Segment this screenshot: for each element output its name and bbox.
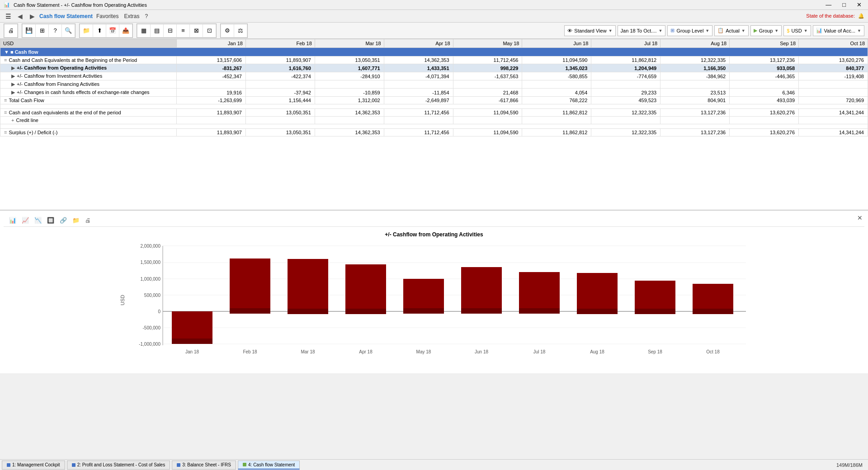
cell-value: -37,942 bbox=[245, 89, 315, 97]
table-row[interactable]: =Cash and cash equivalents at the end of… bbox=[0, 109, 868, 117]
chart-print-button[interactable]: 🖨 bbox=[83, 216, 93, 225]
chart-close-button[interactable]: ✕ bbox=[857, 214, 863, 221]
app-title[interactable]: Cash flow Statement bbox=[39, 13, 93, 19]
tab-dot-3 bbox=[177, 463, 180, 467]
cell-value: 1,156,444 bbox=[245, 97, 315, 104]
open-button[interactable]: 📁 bbox=[80, 24, 93, 37]
cell-value: 29,233 bbox=[591, 89, 660, 97]
svg-text:Apr 18: Apr 18 bbox=[359, 349, 373, 354]
tab-list: 1: Management Cockpit 2: Profit and Loss… bbox=[2, 461, 301, 470]
table-row[interactable]: =Total Cash Flow-1,263,6991,156,4441,312… bbox=[0, 97, 868, 104]
cell-value bbox=[245, 80, 315, 89]
filter-button[interactable]: ⊡ bbox=[203, 24, 216, 37]
value-acc-dropdown[interactable]: 📊 Value of Acc... ▼ bbox=[813, 25, 864, 36]
save-view-button[interactable]: 💾 bbox=[23, 24, 35, 37]
chart-type-3-button[interactable]: 📉 bbox=[33, 216, 43, 225]
dropdown-arrow: ▼ bbox=[609, 28, 613, 33]
bar-jul18-shadow bbox=[519, 308, 560, 314]
extras-menu[interactable]: Extras bbox=[122, 12, 141, 20]
row-label: =Total Cash Flow bbox=[0, 97, 177, 104]
bar-feb18 bbox=[230, 258, 270, 311]
table-row[interactable]: =Surplus (+) / Deficit (-)11,893,90713,0… bbox=[0, 129, 868, 136]
tab-management-cockpit[interactable]: 1: Management Cockpit bbox=[2, 461, 65, 470]
chart-link-button[interactable]: 🔗 bbox=[58, 216, 69, 225]
help-menu[interactable]: ? bbox=[143, 12, 150, 20]
memory-usage: 149M/186M bbox=[836, 462, 866, 468]
dropdown-arrow: ▼ bbox=[705, 28, 709, 33]
cell-value bbox=[730, 80, 799, 89]
group-dropdown[interactable]: ▶ Group ▼ bbox=[750, 25, 782, 36]
table-row[interactable]: +Credit line bbox=[0, 117, 868, 124]
upload-button[interactable]: ⬆ bbox=[93, 24, 106, 37]
balance-button[interactable]: ⚖ bbox=[234, 24, 247, 37]
table-row[interactable]: =Cash and Cash Equivalents at the Beginn… bbox=[0, 56, 868, 64]
svg-text:Feb 18: Feb 18 bbox=[243, 349, 257, 354]
hamburger-menu-button[interactable]: ☰ bbox=[4, 12, 13, 21]
actual-dropdown[interactable]: 📋 Actual ▼ bbox=[714, 25, 749, 36]
expand-icon[interactable]: ▶ bbox=[11, 89, 15, 95]
tab-profit-loss[interactable]: 2: Profit and Loss Statement - Cost of S… bbox=[67, 461, 170, 470]
table-row[interactable]: ▶+/- Cashflow from Financing Activities bbox=[0, 80, 868, 89]
tab-dot-1 bbox=[7, 463, 10, 467]
col-aug18: Aug 18 bbox=[660, 39, 730, 48]
grid-button[interactable]: ⊟ bbox=[164, 24, 176, 37]
currency-dropdown[interactable]: $ USD ▼ bbox=[783, 25, 811, 36]
expand-icon[interactable]: ▶ bbox=[11, 65, 15, 70]
chart-folder-button[interactable]: 📁 bbox=[71, 216, 81, 225]
svg-text:USD: USD bbox=[120, 295, 125, 305]
chart-type-1-button[interactable]: 📊 bbox=[7, 216, 18, 225]
cell-value: 12,322,335 bbox=[591, 109, 660, 117]
date-range-dropdown[interactable]: Jan 18 To Oct.... ▼ bbox=[618, 25, 666, 36]
section-expand-icon[interactable]: ▼ bbox=[4, 49, 10, 55]
bar-chart-button[interactable]: ▦ bbox=[137, 24, 150, 37]
bar-apr18-shadow bbox=[345, 309, 386, 314]
dropdown-arrow: ▼ bbox=[804, 28, 808, 33]
table-row[interactable]: ▶+/- Changes in cash funds effects of ex… bbox=[0, 89, 868, 97]
back-button[interactable]: ◀ bbox=[15, 12, 25, 21]
svg-text:1,500,000: 1,500,000 bbox=[141, 260, 161, 265]
pivot-button[interactable]: ⊠ bbox=[190, 24, 203, 37]
cell-value: 4,054 bbox=[522, 89, 591, 97]
group-level-icon: ⊞ bbox=[670, 28, 675, 33]
export-button[interactable]: 📤 bbox=[119, 24, 132, 37]
col-jan18: Jan 18 bbox=[177, 39, 246, 48]
row-button[interactable]: ≡ bbox=[177, 24, 189, 37]
col-chart-button[interactable]: ▤ bbox=[151, 24, 163, 37]
cell-value: 13,050,351 bbox=[245, 129, 315, 136]
maximize-button[interactable]: □ bbox=[840, 1, 849, 8]
standard-view-dropdown[interactable]: 👁 Standard View ▼ bbox=[564, 25, 615, 36]
chart-type-2-button[interactable]: 📈 bbox=[20, 216, 31, 225]
help-button[interactable]: ? bbox=[49, 24, 61, 37]
forward-button[interactable]: ▶ bbox=[27, 12, 38, 21]
table-view-button[interactable]: ⊞ bbox=[36, 24, 48, 37]
print-button[interactable]: 🖨 bbox=[5, 24, 17, 37]
settings-button[interactable]: ⚙ bbox=[221, 24, 234, 37]
cell-value: 804,901 bbox=[660, 97, 730, 104]
bar-chart: 2,000,000 1,500,000 1,000,000 500,000 0 … bbox=[13, 241, 855, 359]
bar-jun18-shadow bbox=[461, 308, 502, 314]
close-button[interactable]: ✕ bbox=[854, 1, 864, 8]
favorites-menu[interactable]: Favorites bbox=[94, 12, 120, 20]
equals-icon: = bbox=[4, 130, 7, 135]
bar-jul18 bbox=[519, 272, 560, 311]
col-feb18: Feb 18 bbox=[245, 39, 315, 48]
table-body: ▼ ■ Cash flow=Cash and Cash Equivalents … bbox=[0, 48, 868, 136]
cell-value: 1,312,002 bbox=[315, 97, 384, 104]
cell-value: 11,862,812 bbox=[522, 109, 591, 117]
tab-balance-sheet[interactable]: 3: Balance Sheet - IFRS bbox=[172, 461, 236, 470]
bar-mar18 bbox=[288, 259, 328, 311]
calendar-button[interactable]: 📅 bbox=[106, 24, 119, 37]
data-table: USD Jan 18 Feb 18 Mar 18 Apr 18 May 18 J… bbox=[0, 39, 868, 136]
expand-icon[interactable]: ▶ bbox=[11, 73, 15, 79]
group-level-dropdown[interactable]: ⊞ Group Level ▼ bbox=[667, 25, 712, 36]
search-button[interactable]: 🔍 bbox=[62, 24, 75, 37]
eye-icon: 👁 bbox=[567, 28, 572, 33]
tab-cashflow[interactable]: 4: Cash flow Statement bbox=[238, 461, 300, 470]
table-row[interactable]: ▶+/- Cashflow from Investment Activities… bbox=[0, 72, 868, 80]
table-row[interactable]: ▶+/- Cashflow from Operating Activities-… bbox=[0, 64, 868, 72]
expand-icon[interactable]: ▶ bbox=[11, 81, 15, 87]
tab-label-4: 4: Cash flow Statement bbox=[248, 462, 295, 467]
minimize-button[interactable]: — bbox=[823, 1, 834, 8]
cell-value: 13,050,351 bbox=[315, 56, 384, 64]
chart-type-4-button[interactable]: 🔲 bbox=[45, 216, 56, 225]
